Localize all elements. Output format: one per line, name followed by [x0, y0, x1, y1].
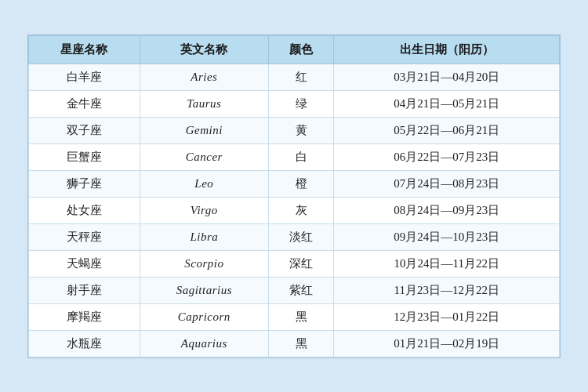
cell-zh-name: 双子座: [29, 117, 140, 143]
table-row: 射手座Sagittarius紫红11月23日—12月22日: [29, 277, 560, 303]
table-body: 白羊座Aries红03月21日—04月20日金牛座Taurus绿04月21日—0…: [29, 64, 560, 357]
cell-en-name: Sagittarius: [140, 277, 268, 303]
cell-date: 06月22日—07月23日: [334, 143, 560, 170]
cell-color: 黄: [268, 117, 334, 143]
table-row: 水瓶座Aquarius黑01月21日—02月19日: [29, 330, 560, 357]
header-date: 出生日期（阳历）: [334, 35, 560, 64]
cell-color: 白: [268, 143, 334, 170]
cell-date: 08月24日—09月23日: [334, 197, 560, 223]
cell-zh-name: 射手座: [29, 277, 140, 303]
cell-zh-name: 巨蟹座: [29, 143, 140, 170]
table-row: 摩羯座Capricorn黑12月23日—01月22日: [29, 303, 560, 330]
cell-date: 03月21日—04月20日: [334, 64, 560, 90]
table-row: 金牛座Taurus绿04月21日—05月21日: [29, 90, 560, 117]
cell-color: 紫红: [268, 277, 334, 303]
cell-color: 黑: [268, 303, 334, 330]
cell-en-name: Virgo: [140, 197, 268, 223]
cell-en-name: Cancer: [140, 143, 268, 170]
cell-date: 05月22日—06月21日: [334, 117, 560, 143]
header-color: 颜色: [268, 35, 334, 64]
zodiac-table-container: 星座名称 英文名称 颜色 出生日期（阳历） 白羊座Aries红03月21日—04…: [27, 34, 561, 358]
cell-zh-name: 金牛座: [29, 90, 140, 117]
table-row: 白羊座Aries红03月21日—04月20日: [29, 64, 560, 90]
cell-zh-name: 白羊座: [29, 64, 140, 90]
cell-en-name: Aries: [140, 64, 268, 90]
cell-color: 红: [268, 64, 334, 90]
table-header-row: 星座名称 英文名称 颜色 出生日期（阳历）: [29, 35, 560, 64]
header-en-name: 英文名称: [140, 35, 268, 64]
cell-zh-name: 处女座: [29, 197, 140, 223]
cell-zh-name: 天蝎座: [29, 250, 140, 277]
table-row: 天蝎座Scorpio深红10月24日—11月22日: [29, 250, 560, 277]
cell-date: 10月24日—11月22日: [334, 250, 560, 277]
table-row: 狮子座Leo橙07月24日—08月23日: [29, 170, 560, 197]
table-row: 天秤座Libra淡红09月24日—10月23日: [29, 223, 560, 250]
cell-date: 04月21日—05月21日: [334, 90, 560, 117]
table-row: 处女座Virgo灰08月24日—09月23日: [29, 197, 560, 223]
cell-en-name: Gemini: [140, 117, 268, 143]
header-zh-name: 星座名称: [29, 35, 140, 64]
cell-en-name: Leo: [140, 170, 268, 197]
cell-color: 绿: [268, 90, 334, 117]
cell-en-name: Libra: [140, 223, 268, 250]
cell-date: 11月23日—12月22日: [334, 277, 560, 303]
cell-zh-name: 水瓶座: [29, 330, 140, 357]
cell-color: 灰: [268, 197, 334, 223]
cell-color: 橙: [268, 170, 334, 197]
cell-date: 07月24日—08月23日: [334, 170, 560, 197]
cell-en-name: Capricorn: [140, 303, 268, 330]
cell-zh-name: 天秤座: [29, 223, 140, 250]
cell-en-name: Aquarius: [140, 330, 268, 357]
cell-color: 淡红: [268, 223, 334, 250]
cell-date: 12月23日—01月22日: [334, 303, 560, 330]
table-row: 巨蟹座Cancer白06月22日—07月23日: [29, 143, 560, 170]
cell-date: 09月24日—10月23日: [334, 223, 560, 250]
cell-zh-name: 狮子座: [29, 170, 140, 197]
zodiac-table: 星座名称 英文名称 颜色 出生日期（阳历） 白羊座Aries红03月21日—04…: [28, 35, 560, 358]
cell-en-name: Scorpio: [140, 250, 268, 277]
table-row: 双子座Gemini黄05月22日—06月21日: [29, 117, 560, 143]
cell-color: 黑: [268, 330, 334, 357]
cell-zh-name: 摩羯座: [29, 303, 140, 330]
cell-date: 01月21日—02月19日: [334, 330, 560, 357]
cell-color: 深红: [268, 250, 334, 277]
cell-en-name: Taurus: [140, 90, 268, 117]
